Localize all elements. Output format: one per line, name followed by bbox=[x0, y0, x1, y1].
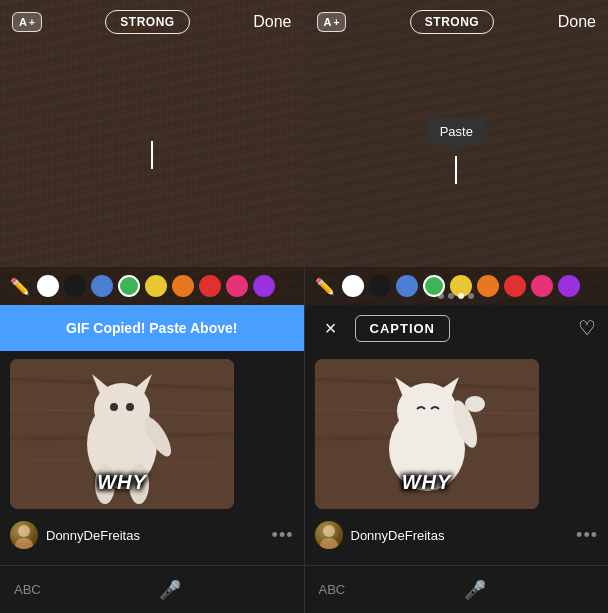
right-style-button[interactable]: STRONG bbox=[410, 10, 494, 34]
left-text-area[interactable] bbox=[0, 42, 304, 267]
right-panel: A + STRONG Done Paste ✏️ bbox=[305, 0, 609, 613]
svg-point-15 bbox=[15, 538, 33, 549]
right-gif-section: WHY DonnyDeFreitas ••• bbox=[305, 351, 609, 565]
color-green[interactable] bbox=[118, 275, 140, 297]
dot-1 bbox=[438, 293, 444, 299]
left-mic-icon[interactable]: 🎤 bbox=[159, 579, 181, 601]
color-blue[interactable] bbox=[91, 275, 113, 297]
left-font-size-plus: + bbox=[29, 17, 35, 28]
right-gif-item: WHY bbox=[305, 351, 609, 517]
left-font-size-button[interactable]: A + bbox=[12, 12, 42, 32]
right-text-area[interactable] bbox=[305, 72, 609, 267]
left-gif-section: WHY DonnyDeFreitas ••• bbox=[0, 351, 304, 565]
left-font-size-label: A bbox=[19, 16, 27, 28]
left-done-button[interactable]: Done bbox=[253, 13, 291, 31]
right-avatar bbox=[315, 521, 343, 549]
right-font-size-label: A bbox=[324, 16, 332, 28]
right-caption-bar: × CAPTION ♡ bbox=[305, 305, 609, 351]
color-purple[interactable] bbox=[253, 275, 275, 297]
right-text-cursor bbox=[455, 156, 457, 184]
left-why-text: WHY bbox=[97, 471, 147, 494]
dots-indicator bbox=[305, 287, 609, 305]
left-username: DonnyDeFreitas bbox=[46, 528, 264, 543]
right-abc-label: ABC bbox=[319, 582, 346, 597]
left-notification-bar: GIF Copied! Paste Above! bbox=[0, 305, 304, 351]
svg-point-10 bbox=[126, 403, 134, 411]
paste-tooltip-text: Paste bbox=[440, 124, 473, 139]
color-white[interactable] bbox=[37, 275, 59, 297]
dot-2 bbox=[448, 293, 454, 299]
right-top-toolbar: A + STRONG Done bbox=[305, 0, 609, 42]
left-panel: A + STRONG Done ✏️ GIF Copied! Paste Abo… bbox=[0, 0, 304, 613]
color-red[interactable] bbox=[199, 275, 221, 297]
left-avatar bbox=[10, 521, 38, 549]
right-bottom-bar: ABC 🎤 bbox=[305, 565, 609, 613]
right-font-size-plus: + bbox=[333, 17, 339, 28]
color-yellow[interactable] bbox=[145, 275, 167, 297]
left-editor-area: A + STRONG Done ✏️ bbox=[0, 0, 304, 305]
right-more-button[interactable]: ••• bbox=[576, 526, 598, 544]
svg-point-14 bbox=[18, 525, 30, 537]
dot-4 bbox=[468, 293, 474, 299]
right-why-text: WHY bbox=[402, 471, 452, 494]
right-username: DonnyDeFreitas bbox=[351, 528, 569, 543]
right-mic-icon[interactable]: 🎤 bbox=[464, 579, 486, 601]
color-orange[interactable] bbox=[172, 275, 194, 297]
right-gif-thumbnail[interactable]: WHY bbox=[315, 359, 539, 509]
right-done-button[interactable]: Done bbox=[558, 13, 596, 31]
svg-point-27 bbox=[320, 538, 338, 549]
left-gif-thumbnail[interactable]: WHY bbox=[10, 359, 234, 509]
svg-point-9 bbox=[110, 403, 118, 411]
left-style-button[interactable]: STRONG bbox=[105, 10, 189, 34]
left-text-cursor bbox=[151, 141, 153, 169]
left-bottom-bar: ABC 🎤 bbox=[0, 565, 304, 613]
caption-button[interactable]: CAPTION bbox=[355, 315, 451, 342]
close-button[interactable]: × bbox=[317, 314, 345, 342]
right-font-size-button[interactable]: A + bbox=[317, 12, 347, 32]
left-notification-text: GIF Copied! Paste Above! bbox=[66, 320, 237, 336]
left-abc-label: ABC bbox=[14, 582, 41, 597]
dot-3 bbox=[458, 293, 464, 299]
color-black[interactable] bbox=[64, 275, 86, 297]
left-top-toolbar: A + STRONG Done bbox=[0, 0, 304, 42]
svg-point-25 bbox=[465, 396, 485, 412]
paste-tooltip[interactable]: Paste bbox=[426, 118, 487, 145]
svg-point-26 bbox=[323, 525, 335, 537]
left-brush-icon[interactable]: ✏️ bbox=[10, 277, 30, 296]
left-user-info: DonnyDeFreitas ••• bbox=[0, 517, 304, 557]
left-more-button[interactable]: ••• bbox=[272, 526, 294, 544]
color-pink[interactable] bbox=[226, 275, 248, 297]
left-color-palette: ✏️ bbox=[0, 267, 304, 305]
right-user-info: DonnyDeFreitas ••• bbox=[305, 517, 609, 557]
left-gif-item: WHY bbox=[0, 351, 304, 517]
heart-icon[interactable]: ♡ bbox=[578, 316, 596, 340]
right-editor-area: A + STRONG Done Paste ✏️ bbox=[305, 0, 609, 305]
